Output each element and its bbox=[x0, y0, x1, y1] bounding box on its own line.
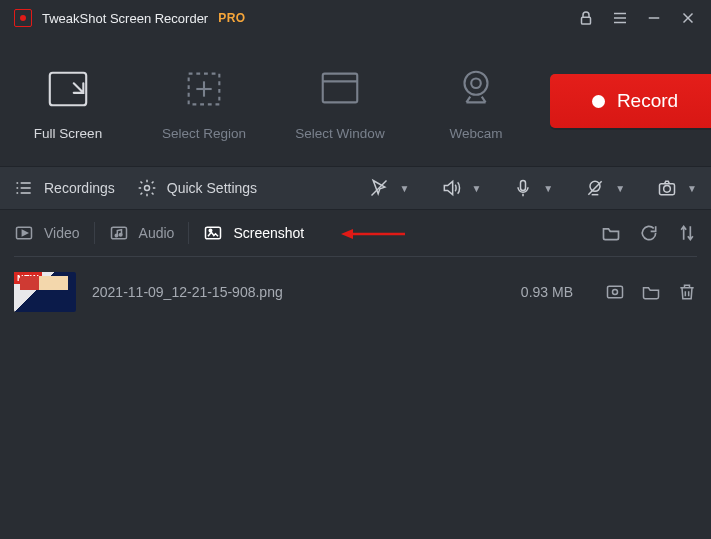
svg-rect-1 bbox=[582, 17, 591, 24]
file-thumbnail: NEW bbox=[14, 272, 76, 312]
minimize-icon[interactable] bbox=[645, 9, 663, 27]
record-label: Record bbox=[617, 90, 678, 112]
mode-select-region-button[interactable]: Select Region bbox=[154, 66, 254, 141]
svg-rect-12 bbox=[323, 73, 358, 102]
mode-row: Full Screen Select Region Select Window … bbox=[0, 36, 711, 166]
file-size: 0.93 MB bbox=[499, 284, 589, 300]
mic-icon bbox=[513, 178, 533, 198]
webcam-off-icon bbox=[585, 178, 605, 198]
svg-rect-24 bbox=[521, 181, 526, 191]
speaker-dropdown[interactable]: ▼ bbox=[441, 178, 481, 198]
sort-button[interactable] bbox=[677, 223, 697, 243]
mode-label: Webcam bbox=[449, 126, 502, 141]
svg-point-0 bbox=[20, 15, 26, 21]
list-icon bbox=[14, 178, 34, 198]
tab-audio[interactable]: Audio bbox=[95, 218, 189, 248]
menu-icon[interactable] bbox=[611, 9, 629, 27]
region-icon bbox=[181, 66, 227, 112]
settings-bar: Recordings Quick Settings ▼ ▼ ▼ bbox=[0, 166, 711, 210]
record-dot-icon bbox=[592, 95, 605, 108]
cursor-dropdown[interactable]: ▼ bbox=[369, 178, 409, 198]
svg-point-32 bbox=[119, 233, 122, 236]
close-icon[interactable] bbox=[679, 9, 697, 27]
tabs-bar: Video Audio Screenshot bbox=[0, 210, 711, 256]
new-badge: NEW bbox=[14, 272, 42, 284]
svg-point-14 bbox=[465, 71, 488, 94]
pro-badge: PRO bbox=[218, 11, 246, 25]
window-icon bbox=[317, 66, 363, 112]
mode-select-window-button[interactable]: Select Window bbox=[290, 66, 390, 141]
svg-point-25 bbox=[590, 181, 600, 191]
mode-full-screen-button[interactable]: Full Screen bbox=[18, 66, 118, 141]
cursor-off-icon bbox=[369, 178, 389, 198]
webcam-off-dropdown[interactable]: ▼ bbox=[585, 178, 625, 198]
mode-label: Select Window bbox=[295, 126, 384, 141]
gear-icon bbox=[137, 178, 157, 198]
svg-rect-37 bbox=[608, 286, 623, 298]
camera-dropdown[interactable]: ▼ bbox=[657, 178, 697, 198]
preview-button[interactable] bbox=[605, 282, 625, 302]
mic-dropdown[interactable]: ▼ bbox=[513, 178, 553, 198]
screenshot-icon bbox=[203, 223, 223, 243]
tab-screenshot[interactable]: Screenshot bbox=[189, 218, 318, 248]
arrow-annotation bbox=[341, 228, 405, 240]
speaker-icon bbox=[441, 178, 461, 198]
svg-point-22 bbox=[144, 186, 149, 191]
file-name: 2021-11-09_12-21-15-908.png bbox=[92, 284, 483, 300]
file-list: NEW 2021-11-09_12-21-15-908.png 0.93 MB bbox=[0, 257, 711, 327]
recordings-label: Recordings bbox=[44, 180, 115, 196]
app-title: TweakShot Screen Recorder bbox=[42, 11, 208, 26]
fullscreen-icon bbox=[45, 66, 91, 112]
video-icon bbox=[14, 223, 34, 243]
mode-label: Full Screen bbox=[34, 126, 102, 141]
open-folder-button[interactable] bbox=[601, 223, 621, 243]
lock-icon[interactable] bbox=[577, 9, 595, 27]
tab-video[interactable]: Video bbox=[14, 218, 94, 248]
tab-label: Video bbox=[44, 225, 80, 241]
chevron-down-icon: ▼ bbox=[687, 183, 697, 194]
file-actions bbox=[605, 282, 697, 302]
svg-rect-30 bbox=[111, 227, 126, 239]
delete-button[interactable] bbox=[677, 282, 697, 302]
svg-marker-36 bbox=[341, 229, 353, 239]
audio-icon bbox=[109, 223, 129, 243]
tab-label: Screenshot bbox=[233, 225, 304, 241]
chevron-down-icon: ▼ bbox=[615, 183, 625, 194]
tab-label: Audio bbox=[139, 225, 175, 241]
camera-icon bbox=[657, 178, 677, 198]
record-button[interactable]: Record bbox=[550, 74, 711, 128]
quick-settings-button[interactable]: Quick Settings bbox=[137, 178, 257, 198]
svg-point-15 bbox=[471, 78, 481, 88]
chevron-down-icon: ▼ bbox=[471, 183, 481, 194]
svg-point-28 bbox=[664, 186, 671, 193]
refresh-button[interactable] bbox=[639, 223, 659, 243]
mode-label: Select Region bbox=[162, 126, 246, 141]
chevron-down-icon: ▼ bbox=[399, 183, 409, 194]
svg-point-34 bbox=[210, 229, 213, 232]
file-row[interactable]: NEW 2021-11-09_12-21-15-908.png 0.93 MB bbox=[14, 269, 697, 315]
app-logo-icon bbox=[14, 9, 32, 27]
svg-rect-33 bbox=[206, 227, 221, 239]
recordings-button[interactable]: Recordings bbox=[14, 178, 115, 198]
open-location-button[interactable] bbox=[641, 282, 661, 302]
titlebar: TweakShot Screen Recorder PRO bbox=[0, 0, 711, 36]
svg-point-38 bbox=[613, 290, 618, 295]
webcam-icon bbox=[453, 66, 499, 112]
quick-settings-label: Quick Settings bbox=[167, 180, 257, 196]
chevron-down-icon: ▼ bbox=[543, 183, 553, 194]
mode-webcam-button[interactable]: Webcam bbox=[426, 66, 526, 141]
svg-point-31 bbox=[115, 234, 118, 237]
